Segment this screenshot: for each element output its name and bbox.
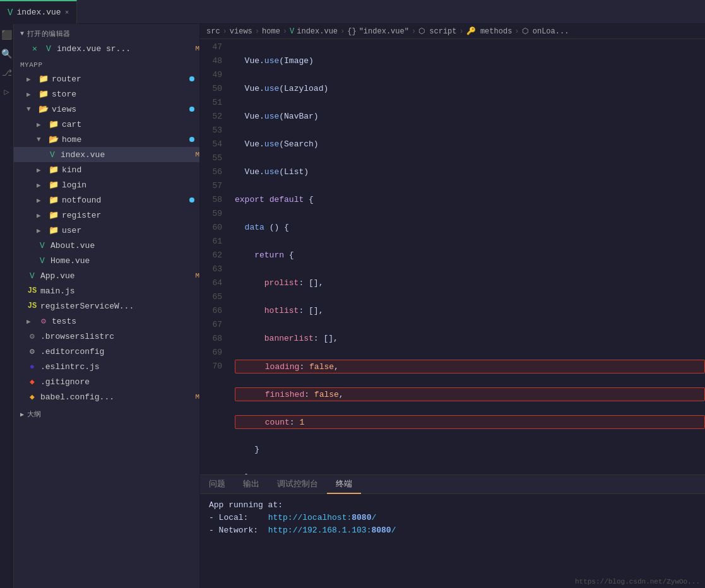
appvue-icon: V — [27, 271, 38, 281]
browserslist-label: .browserslistrc — [40, 332, 199, 341]
login-icon: 📁 — [48, 180, 59, 190]
git-icon[interactable]: ⎇ — [1, 67, 13, 78]
sidebar-item-kind[interactable]: ▶ 📁 kind — [14, 162, 199, 177]
views-badge — [189, 107, 194, 112]
regservice-label: registerServiceW... — [40, 302, 199, 311]
terminal-line-3: - Network: http://192.168.1.103:8080/ — [209, 524, 696, 537]
code-line-55: prolist: [], — [235, 276, 705, 290]
bc-script: ⬡ script — [418, 26, 456, 36]
sidebar-item-mainjs[interactable]: JS main.js — [14, 283, 199, 298]
panel-content: App running at: - Local: http://localhos… — [200, 494, 705, 588]
homevue-label: Home.vue — [50, 256, 199, 266]
sidebar-item-views[interactable]: ▼ 📂 views — [14, 102, 199, 117]
bc-home: home — [262, 27, 280, 36]
open-file-item[interactable]: ✕ V index.vue sr... M — [14, 41, 199, 56]
code-line-58: loading: false, — [235, 360, 705, 373]
notfound-chevron: ▶ — [37, 196, 45, 204]
user-label: user — [62, 226, 199, 235]
debug-icon[interactable]: ▷ — [1, 86, 13, 97]
panel-tab-issues[interactable]: 问题 — [200, 475, 234, 494]
sidebar-item-store[interactable]: ▶ 📁 store — [14, 86, 199, 102]
sidebar-item-about[interactable]: V About.vue — [14, 238, 199, 253]
store-chevron: ▶ — [27, 90, 35, 98]
bc-src: src — [206, 27, 220, 36]
editorconfig-label: .editorconfig — [40, 347, 199, 356]
sidebar-item-regservice[interactable]: JS registerServiceW... — [14, 298, 199, 314]
breadcrumb: src › views › home › V index.vue › {} "i… — [200, 24, 705, 39]
sidebar-item-login[interactable]: ▶ 📁 login — [14, 177, 199, 192]
babel-modified: M — [195, 393, 199, 401]
index-vue-tab[interactable]: V index.vue × — [0, 0, 77, 24]
indexvue-label: index.vue — [61, 150, 190, 160]
browserslist-icon: ⚙ — [27, 331, 38, 341]
panel-tab-debug[interactable]: 调试控制台 — [268, 475, 327, 494]
outline-header[interactable]: ▶ 大纲 — [14, 404, 199, 421]
code-line-48: Vue.use(Lazyload) — [235, 82, 705, 96]
sidebar-item-register[interactable]: ▶ 📁 register — [14, 208, 199, 223]
sidebar-item-gitignore[interactable]: ◆ .gitignore — [14, 374, 199, 389]
sidebar-item-user[interactable]: ▶ 📁 user — [14, 223, 199, 238]
sidebar-item-browserslist[interactable]: ⚙ .browserslistrc — [14, 329, 199, 344]
myapp-header[interactable]: MYAPP — [14, 56, 199, 71]
home-icon: 📂 — [48, 134, 59, 144]
bc-indexvue: index.vue — [297, 27, 338, 36]
store-label: store — [52, 90, 199, 99]
editorconfig-icon: ⚙ — [27, 346, 38, 356]
vue-icon: V — [8, 8, 13, 18]
code-line-52: export default { — [235, 193, 705, 207]
cart-chevron: ▶ — [37, 121, 45, 129]
home-badge — [189, 137, 194, 142]
sidebar-item-babel[interactable]: ◆ babel.config... M — [14, 389, 199, 404]
bc-onload: ⬡ onLoa... — [522, 26, 569, 36]
bc-sep3: › — [283, 27, 287, 36]
appvue-modified: M — [195, 272, 199, 279]
outline-label: 大纲 — [27, 409, 42, 419]
open-editors-header[interactable]: ▼ 打开的编辑器 — [14, 24, 199, 41]
main-layout: ⬛ 🔍 ⎇ ▷ ▼ 打开的编辑器 ✕ V index.vue sr... M M… — [0, 24, 705, 588]
explorer-icon[interactable]: ⬛ — [1, 29, 13, 40]
sidebar-item-tests[interactable]: ▶ ⚙ tests — [14, 314, 199, 329]
register-icon: 📁 — [48, 210, 59, 220]
home-chevron: ▼ — [37, 136, 45, 143]
bc-views: views — [230, 27, 252, 36]
panel-tab-output[interactable]: 输出 — [234, 475, 268, 494]
panel-tab-terminal[interactable]: 终端 — [327, 475, 361, 494]
sidebar-item-notfound[interactable]: ▶ 📁 notfound — [14, 192, 199, 208]
bc-sep1: › — [223, 27, 227, 36]
open-editors-label: 打开的编辑器 — [27, 29, 71, 38]
sidebar-item-editorconfig[interactable]: ⚙ .editorconfig — [14, 344, 199, 359]
code-line-47: Vue.use(Image) — [235, 54, 705, 68]
tests-icon: ⚙ — [38, 316, 49, 326]
sidebar-item-home[interactable]: ▼ 📂 home — [14, 132, 199, 147]
sidebar-item-index-vue[interactable]: V index.vue M — [14, 147, 199, 162]
code-line-57: bannerlist: [], — [235, 332, 705, 346]
bc-methods: 🔑 methods — [466, 26, 512, 36]
sidebar-item-appvue[interactable]: V App.vue M — [14, 268, 199, 283]
cart-icon: 📁 — [48, 119, 59, 129]
sidebar-item-homevue[interactable]: V Home.vue — [14, 253, 199, 268]
login-label: login — [62, 180, 199, 190]
babel-icon: ◆ — [27, 392, 38, 402]
homevue-icon: V — [37, 256, 48, 266]
sidebar-item-cart[interactable]: ▶ 📁 cart — [14, 117, 199, 132]
gitignore-label: .gitignore — [40, 377, 199, 387]
router-badge — [189, 76, 194, 81]
user-icon: 📁 — [48, 225, 59, 235]
code-lines: Vue.use(Image) Vue.use(Lazyload) Vue.use… — [228, 39, 705, 474]
user-chevron: ▶ — [37, 226, 45, 235]
babel-label: babel.config... — [40, 392, 190, 402]
views-chevron: ▼ — [27, 105, 35, 113]
code-line-62: }, — [235, 471, 705, 474]
vue-file-icon: ✕ — [29, 44, 40, 54]
bc-sep5: › — [412, 27, 416, 36]
search-icon[interactable]: 🔍 — [1, 48, 13, 59]
eslint-icon: ● — [27, 362, 38, 372]
close-tab-button[interactable]: × — [65, 9, 69, 16]
store-icon: 📁 — [38, 89, 49, 99]
outline-chevron: ▶ — [20, 411, 25, 418]
router-chevron: ▶ — [27, 75, 35, 83]
sidebar-item-router[interactable]: ▶ 📁 router — [14, 71, 199, 86]
bc-sep2: › — [255, 27, 259, 36]
code-editor[interactable]: 47 48 49 50 51 52 53 54 55 56 57 58 59 6… — [200, 39, 705, 474]
sidebar-item-eslint[interactable]: ● .eslintrc.js — [14, 359, 199, 374]
